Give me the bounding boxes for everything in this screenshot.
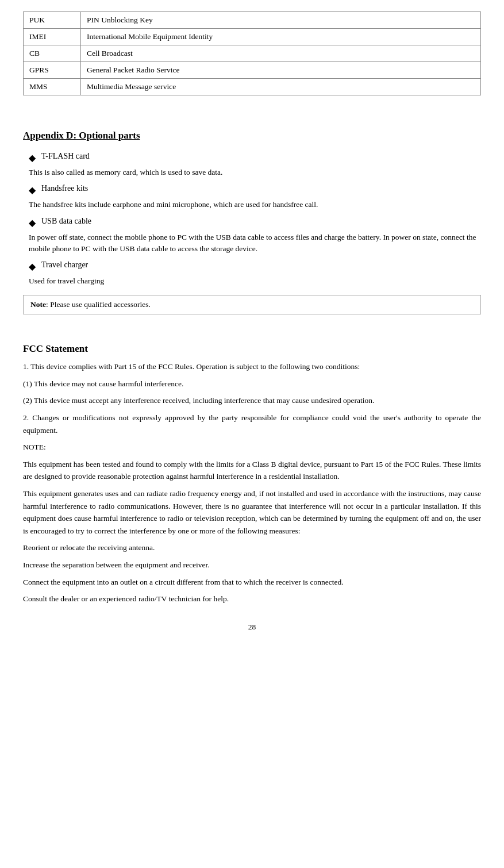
page-number: 28 bbox=[23, 623, 481, 632]
table-row: IMEIInternational Mobile Equipment Ident… bbox=[24, 29, 481, 45]
appendix-items: ◆T-FLASH cardThis is also called as memo… bbox=[23, 152, 481, 287]
fcc-paragraph: 1. This device complies with Part 15 of … bbox=[23, 360, 481, 373]
fcc-paragraph: Reorient or relocate the receiving anten… bbox=[23, 541, 481, 554]
fcc-paragraph: Connect the equipment into an outlet on … bbox=[23, 576, 481, 589]
definition-cell: General Packet Radio Service bbox=[81, 62, 481, 79]
bullet-label: Handsfree kits bbox=[41, 184, 88, 193]
bullet-description: The handsfree kits include earphone and … bbox=[29, 199, 481, 210]
fcc-paragraph: Consult the dealer or an experienced rad… bbox=[23, 593, 481, 605]
bullet-item: ◆Travel charger bbox=[29, 260, 481, 272]
abbreviation-table: PUKPIN Unblocking KeyIMEIInternational M… bbox=[23, 11, 481, 95]
bullet-diamond: ◆ bbox=[29, 185, 36, 195]
bullet-item: ◆Handsfree kits bbox=[29, 184, 481, 195]
table-row: MMSMultimedia Message service bbox=[24, 79, 481, 95]
bullet-diamond: ◆ bbox=[29, 261, 36, 272]
fcc-paragraph: This equipment has been tested and found… bbox=[23, 458, 481, 483]
bullet-item: ◆T-FLASH card bbox=[29, 152, 481, 163]
bullet-description: Used for travel charging bbox=[29, 275, 481, 287]
bullet-diamond: ◆ bbox=[29, 217, 36, 228]
abbr-cell: CB bbox=[24, 45, 81, 62]
abbr-cell: IMEI bbox=[24, 29, 81, 45]
fcc-paragraphs: 1. This device complies with Part 15 of … bbox=[23, 360, 481, 605]
bullet-description: In power off state, connect the mobile p… bbox=[29, 232, 481, 255]
definition-cell: Multimedia Message service bbox=[81, 79, 481, 95]
definition-cell: International Mobile Equipment Identity bbox=[81, 29, 481, 45]
abbr-cell: MMS bbox=[24, 79, 81, 95]
appendix-title: Appendix D: Optional parts bbox=[23, 130, 481, 141]
bullet-label: T-FLASH card bbox=[41, 152, 90, 161]
fcc-paragraph: This equipment generates uses and can ra… bbox=[23, 487, 481, 537]
abbr-cell: PUK bbox=[24, 12, 81, 29]
bullet-label: Travel charger bbox=[41, 260, 88, 270]
abbr-cell: GPRS bbox=[24, 62, 81, 79]
fcc-paragraph: 2. Changes or modifications not expressl… bbox=[23, 412, 481, 436]
fcc-title: FCC Statement bbox=[23, 343, 481, 355]
definition-cell: Cell Broadcast bbox=[81, 45, 481, 62]
table-row: GPRSGeneral Packet Radio Service bbox=[24, 62, 481, 79]
note-text: : Please use qualified accessories. bbox=[46, 300, 151, 309]
fcc-paragraph: NOTE: bbox=[23, 441, 481, 454]
table-row: CBCell Broadcast bbox=[24, 45, 481, 62]
table-row: PUKPIN Unblocking Key bbox=[24, 12, 481, 29]
bullet-item: ◆USB data cable bbox=[29, 217, 481, 228]
section-gap-1 bbox=[23, 113, 481, 130]
note-label: Note bbox=[30, 300, 46, 309]
note-box: Note: Please use qualified accessories. bbox=[23, 295, 481, 314]
bullet-description: This is also called as memory card, whic… bbox=[29, 167, 481, 178]
fcc-paragraph: (2) This device must accept any interfer… bbox=[23, 394, 481, 407]
section-gap-2 bbox=[23, 326, 481, 343]
fcc-paragraph: (1) This device may not cause harmful in… bbox=[23, 378, 481, 390]
bullet-diamond: ◆ bbox=[29, 152, 36, 163]
bullet-label: USB data cable bbox=[41, 217, 91, 226]
fcc-paragraph: Increase the separation between the equi… bbox=[23, 559, 481, 571]
definition-cell: PIN Unblocking Key bbox=[81, 12, 481, 29]
